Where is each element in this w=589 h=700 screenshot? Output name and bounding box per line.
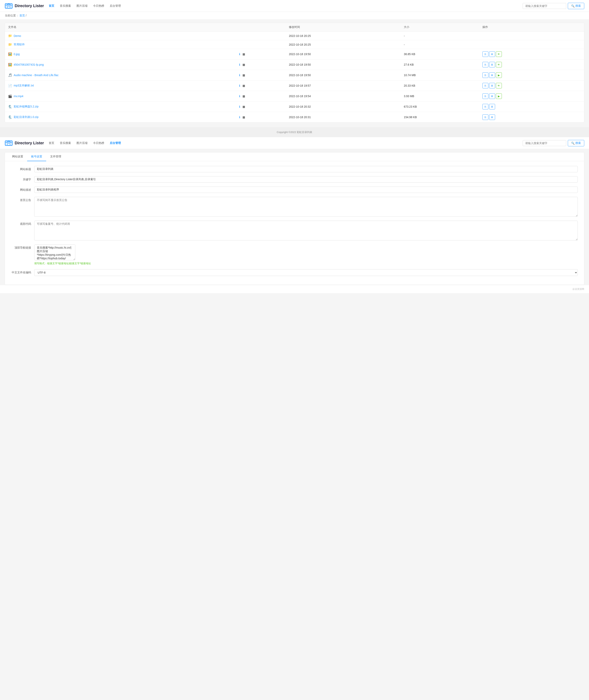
file-name-link[interactable]: Demo bbox=[14, 34, 21, 37]
nav-home-2[interactable]: 首页 bbox=[49, 141, 54, 145]
file-size: 20.33 KB bbox=[401, 81, 479, 91]
preview-button[interactable]: 👁 bbox=[496, 83, 502, 89]
nav-music-2[interactable]: 音乐搜索 bbox=[60, 141, 71, 145]
file-name-link[interactable]: mv.mp4 bbox=[14, 95, 23, 98]
file-meta-icons: ℹ ▦ bbox=[236, 70, 286, 81]
nav-links-hint: 填写格式：链接文字*链接地址|链接文字*链接地址 bbox=[34, 262, 578, 265]
download-button[interactable]: ⬇ bbox=[489, 104, 495, 110]
breadcrumb: 当前位置： 首页 / bbox=[0, 12, 589, 20]
col-icons bbox=[236, 23, 286, 31]
nav-image-1[interactable]: 图片压缩 bbox=[76, 4, 87, 8]
file-modified: 2022-10-18 20:31 bbox=[286, 112, 401, 123]
copy-button[interactable]: ⎘ bbox=[482, 73, 488, 78]
tab-account-settings[interactable]: 账号设置 bbox=[27, 152, 46, 161]
admin-form: 网站标题 关键字 网站描述 首页公告 bbox=[5, 161, 584, 285]
qr-icon[interactable]: ▦ bbox=[242, 52, 245, 56]
label-keywords: 关键字 bbox=[11, 176, 31, 181]
download-button[interactable]: ⬇ bbox=[489, 62, 495, 67]
info-icon[interactable]: ℹ bbox=[239, 84, 240, 87]
search-button-1[interactable]: 🔍 搜索 bbox=[568, 3, 584, 9]
copy-button[interactable]: ⎘ bbox=[482, 62, 488, 67]
search-icon-2: 🔍 bbox=[571, 142, 575, 145]
nav-hot-2[interactable]: 今日热榜 bbox=[93, 141, 104, 145]
file-actions: ⎘⬇👁 bbox=[479, 59, 584, 70]
footer-copyright: Copyright ©2022 彩虹目录列表 bbox=[277, 131, 312, 134]
textarea-nav-links[interactable]: 音乐搜索*http://music.hi.cn/|图片压缩*https://ti… bbox=[34, 245, 75, 260]
file-name-cell: 🎬 mv.mp4 bbox=[5, 91, 236, 102]
svg-rect-3 bbox=[8, 7, 10, 8]
file-type-icon: 📁 bbox=[8, 34, 12, 38]
info-icon[interactable]: ℹ bbox=[239, 52, 240, 56]
copy-button[interactable]: ⎘ bbox=[482, 83, 488, 89]
file-size: 673.23 KB bbox=[401, 102, 479, 112]
nav-hot-1[interactable]: 今日热榜 bbox=[93, 4, 104, 8]
info-icon[interactable]: ℹ bbox=[239, 105, 240, 108]
file-name-link[interactable]: 彩虹外链网盘5.2.zip bbox=[14, 105, 38, 109]
file-name-cell: 🖼️ 45047061007431-lp.png bbox=[5, 59, 236, 70]
file-modified: 2022-10-18 19:57 bbox=[286, 81, 401, 91]
preview-button[interactable]: 👁 bbox=[496, 51, 502, 57]
play-button[interactable]: ▶ bbox=[496, 73, 502, 78]
input-description[interactable] bbox=[34, 186, 578, 193]
file-actions: ⎘⬇👁 bbox=[479, 49, 584, 59]
copy-button[interactable]: ⎘ bbox=[482, 51, 488, 57]
search-input-2[interactable] bbox=[523, 140, 566, 146]
search-button-2[interactable]: 🔍 搜索 bbox=[568, 140, 584, 146]
nav-admin-2[interactable]: 后台管理 bbox=[110, 141, 121, 145]
tab-site-settings[interactable]: 网站设置 bbox=[8, 152, 27, 161]
file-name-link[interactable]: mp3文件解析.txt bbox=[14, 84, 34, 88]
qr-icon[interactable]: ▦ bbox=[242, 84, 245, 87]
info-icon[interactable]: ℹ bbox=[239, 95, 240, 98]
search-area-2: 🔍 搜索 bbox=[523, 140, 584, 146]
preview-button[interactable]: 👁 bbox=[496, 62, 502, 67]
file-actions: ⎘⬇ bbox=[479, 112, 584, 123]
info-icon[interactable]: ℹ bbox=[239, 74, 240, 77]
file-modified: 2022-10-18 19:50 bbox=[286, 70, 401, 81]
file-type-icon: 📄 bbox=[8, 84, 12, 88]
form-row-encoding: 中文文件名编码 UTF-8 GBK bbox=[11, 269, 578, 276]
play-button[interactable]: ▶ bbox=[496, 93, 502, 99]
qr-icon[interactable]: ▦ bbox=[242, 95, 245, 98]
download-button[interactable]: ⬇ bbox=[489, 114, 495, 120]
qr-icon[interactable]: ▦ bbox=[242, 116, 245, 119]
breadcrumb-home[interactable]: 首页 bbox=[19, 14, 25, 17]
file-name-link[interactable]: 0.jpg bbox=[14, 52, 20, 56]
file-table: 文件名 修改时间 大小 操作 📁 Demo 2022-10-18 20:25- … bbox=[5, 23, 584, 122]
nav-admin-1[interactable]: 后台管理 bbox=[110, 4, 121, 8]
copy-button[interactable]: ⎘ bbox=[482, 114, 488, 120]
file-name-link[interactable]: Audio machine - Breath And Life.flac bbox=[14, 74, 58, 77]
file-name-link[interactable]: 45047061007431-lp.png bbox=[14, 63, 44, 66]
label-nav-links: 顶部导航链接 bbox=[11, 245, 31, 250]
form-row-description: 网站描述 bbox=[11, 186, 578, 193]
file-size: 36.85 KB bbox=[401, 49, 479, 59]
input-site-title[interactable] bbox=[34, 166, 578, 172]
file-name-link[interactable]: 彩虹目录列表1.0.zip bbox=[14, 115, 38, 119]
textarea-announcement[interactable] bbox=[34, 197, 578, 217]
textarea-footer-code[interactable] bbox=[34, 221, 578, 241]
copy-button[interactable]: ⎘ bbox=[482, 104, 488, 110]
breadcrumb-sep: / bbox=[26, 14, 27, 17]
tab-file-management[interactable]: 文件管理 bbox=[46, 152, 65, 161]
info-icon[interactable]: ℹ bbox=[239, 116, 240, 119]
nav-image-2[interactable]: 图片压缩 bbox=[76, 141, 87, 145]
download-button[interactable]: ⬇ bbox=[489, 51, 495, 57]
page-1: Directory Lister 首页 音乐搜索 图片压缩 今日热榜 后台管理 … bbox=[0, 0, 589, 123]
download-button[interactable]: ⬇ bbox=[489, 83, 495, 89]
file-modified: 2022-10-18 19:54 bbox=[286, 91, 401, 102]
select-encoding[interactable]: UTF-8 GBK bbox=[34, 269, 578, 276]
info-icon[interactable]: ℹ bbox=[239, 63, 240, 66]
file-modified: 2022-10-18 20:25 bbox=[286, 31, 401, 40]
input-keywords[interactable] bbox=[34, 176, 578, 182]
qr-icon[interactable]: ▦ bbox=[242, 63, 245, 66]
download-button[interactable]: ⬇ bbox=[489, 93, 495, 99]
qr-icon[interactable]: ▦ bbox=[242, 105, 245, 108]
logo-link-1[interactable]: Directory Lister bbox=[5, 2, 44, 10]
copy-button[interactable]: ⎘ bbox=[482, 93, 488, 99]
nav-home-1[interactable]: 首页 bbox=[49, 4, 54, 8]
download-button[interactable]: ⬇ bbox=[489, 73, 495, 78]
logo-link-2[interactable]: Directory Lister bbox=[5, 139, 44, 147]
search-input-1[interactable] bbox=[523, 3, 566, 9]
file-name-link[interactable]: 常用软件 bbox=[14, 43, 25, 46]
qr-icon[interactable]: ▦ bbox=[242, 74, 245, 77]
nav-music-1[interactable]: 音乐搜索 bbox=[60, 4, 71, 8]
